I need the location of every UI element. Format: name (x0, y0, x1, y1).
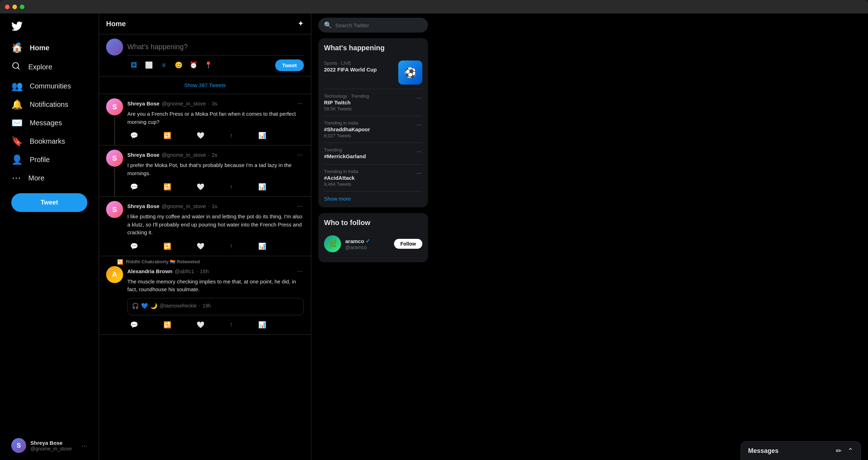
share-button[interactable]: ↑ (227, 130, 236, 141)
happening-count: 58.5K Tweets (324, 106, 416, 111)
retweet-button[interactable]: 🔁 (161, 182, 174, 192)
quoted-tweet-header: 🎧 💙 🌙 @taenosefreckle · 19h (132, 303, 299, 309)
sidebar-item-profile[interactable]: 👤Profile (6, 151, 93, 168)
retweet-indicator-row: 🔁 Riddhi Chakraborty 🏳️‍🌈 Retweeted (99, 256, 311, 265)
analytics-button[interactable]: 📊 (255, 130, 269, 141)
window-chrome (0, 0, 868, 13)
tweet-more-button[interactable]: ··· (296, 98, 304, 109)
avatar: S (11, 438, 26, 453)
image-upload-icon[interactable]: 🖼 (127, 58, 141, 72)
tweet-time: 3s (212, 100, 217, 107)
compose-message-button[interactable]: ✏ (836, 447, 842, 455)
tweet-actions: 💬 🔁 🤍 ↑ 📊 (127, 320, 269, 330)
collapse-messages-button[interactable]: ⌃ (847, 447, 853, 455)
more-options-button[interactable]: ··· (416, 120, 422, 129)
tweet-more-button[interactable]: ··· (296, 150, 304, 160)
tweet-item[interactable]: S Shreya Bose @gnome_in_stove · 1s ··· I… (99, 197, 311, 256)
happening-item-shraddha[interactable]: Trending in India #ShraddhaKapoor 8,027 … (324, 116, 422, 143)
composer-placeholder[interactable]: What's happening? (127, 39, 304, 55)
happening-item-acid[interactable]: Trending in India #AcidAttack 9,464 Twee… (324, 165, 422, 191)
minimize-button[interactable] (12, 5, 17, 9)
list-icon[interactable]: ≡ (157, 58, 170, 72)
share-button[interactable]: ↑ (227, 182, 236, 192)
follow-handle: @aramco (345, 245, 390, 250)
tweet-username: Shreya Bose (127, 152, 160, 158)
tweet-button[interactable]: Tweet (11, 193, 87, 212)
explore-nav-icon (11, 62, 21, 72)
tweet-item[interactable]: A Alexandria Brown @abfic1 · 15h ··· The… (99, 265, 311, 335)
schedule-icon[interactable]: ⏰ (187, 58, 200, 72)
reply-button[interactable]: 💬 (127, 130, 141, 141)
tweet-header: Alexandria Brown @abfic1 · 15h ··· (127, 266, 304, 276)
sidebar-item-more[interactable]: ⋯More (6, 169, 93, 187)
tweet-more-button[interactable]: ··· (296, 201, 304, 211)
happening-item-twitch[interactable]: Technology · Trending RIP Twitch 58.5K T… (324, 89, 422, 116)
happening-title: 2022 FIFA World Cup (324, 67, 394, 73)
tweet-text: I like putting my coffee and water in an… (127, 213, 304, 237)
emoji-icon[interactable]: 😊 (172, 58, 185, 72)
like-button[interactable]: 🤍 (194, 130, 207, 141)
sidebar-item-notifications[interactable]: 🔔Notifications (6, 96, 93, 113)
show-more-button[interactable]: Show more (324, 191, 422, 202)
sidebar-item-home[interactable]: 🏠Home (6, 39, 93, 57)
like-button[interactable]: 🤍 (194, 320, 207, 330)
show-more-tweets-banner[interactable]: Show 387 Tweets (99, 76, 311, 94)
gif-icon[interactable]: ⬜ (142, 58, 156, 72)
user-more-button[interactable]: ··· (81, 442, 87, 450)
sidebar-item-bookmarks[interactable]: 🔖Bookmarks (6, 132, 93, 150)
retweet-button[interactable]: 🔁 (161, 320, 174, 330)
retweet-button[interactable]: 🔁 (161, 130, 174, 141)
share-icon: ↑ (230, 132, 233, 139)
tweet-submit-button[interactable]: Tweet (275, 59, 304, 71)
search-input[interactable]: Search Twitter (335, 22, 369, 28)
analytics-button[interactable]: 📊 (255, 182, 269, 192)
reply-button[interactable]: 💬 (127, 182, 141, 192)
composer-toolbar: 🖼 ⬜ ≡ 😊 ⏰ 📍 Tweet (127, 55, 304, 72)
whats-happening-title: What's happening (324, 44, 422, 52)
twitter-logo[interactable] (6, 16, 93, 38)
more-options-button[interactable]: ··· (416, 147, 422, 156)
more-options-button[interactable]: ··· (416, 169, 422, 178)
like-button[interactable]: 🤍 (194, 241, 207, 252)
close-button[interactable] (5, 5, 10, 9)
follow-button[interactable]: Follow (394, 239, 422, 249)
share-button[interactable]: ↑ (227, 241, 236, 252)
reply-icon: 💬 (130, 183, 138, 191)
tweet-content: Shreya Bose @gnome_in_stove · 3s ··· Are… (127, 98, 304, 145)
sparkle-icon[interactable]: ✦ (297, 19, 304, 28)
like-button[interactable]: 🤍 (194, 182, 207, 192)
retweet-icon: 🔁 (163, 183, 171, 191)
sidebar-item-communities[interactable]: 👥Communities (6, 77, 93, 95)
tweet-avatar: A (106, 266, 123, 283)
happening-count: 8,027 Tweets (324, 133, 416, 138)
who-to-follow-card: Who to follow 🌿 aramco ✓ @aramco Follow (318, 213, 428, 262)
quoted-tweet[interactable]: 🎧 💙 🌙 @taenosefreckle · 19h (127, 298, 304, 315)
location-icon[interactable]: 📍 (202, 58, 215, 72)
search-box[interactable]: 🔍 Search Twitter (318, 18, 428, 33)
reply-button[interactable]: 💬 (127, 241, 141, 252)
tweet-avatar: S (106, 98, 123, 115)
sidebar-item-explore[interactable]: Explore (6, 57, 93, 76)
tweet-time: 2s (212, 152, 217, 158)
tweet-item[interactable]: S Shreya Bose @gnome_in_stove · 2s ··· I… (99, 145, 311, 197)
sidebar-user[interactable]: S Shreya Bose @gnome_in_stove ··· (6, 434, 93, 457)
retweet-button[interactable]: 🔁 (161, 241, 174, 252)
who-to-follow-title: Who to follow (324, 219, 422, 227)
tweet-username: Shreya Bose (127, 100, 160, 107)
happening-item-fifa[interactable]: Sports · LIVE 2022 FIFA World Cup ⚽ (324, 56, 422, 89)
reply-icon: 💬 (130, 321, 138, 329)
analytics-button[interactable]: 📊 (255, 320, 269, 330)
happening-item-merrick[interactable]: Trending #MerrickGarland ··· (324, 143, 422, 165)
tweet-item[interactable]: S Shreya Bose @gnome_in_stove · 3s ··· A… (99, 94, 311, 145)
more-options-button[interactable]: ··· (416, 93, 422, 102)
analytics-button[interactable]: 📊 (255, 241, 269, 252)
user-handle: @gnome_in_stove (30, 446, 77, 452)
heart-icon: 🤍 (197, 183, 204, 191)
tweet-content: Alexandria Brown @abfic1 · 15h ··· The m… (127, 266, 304, 330)
maximize-button[interactable] (20, 5, 24, 9)
share-button[interactable]: ↑ (227, 320, 236, 330)
tweet-more-button[interactable]: ··· (296, 266, 304, 276)
follow-info: aramco ✓ @aramco (345, 238, 390, 250)
reply-button[interactable]: 💬 (127, 320, 141, 330)
sidebar-item-messages[interactable]: ✉️Messages (6, 114, 93, 132)
